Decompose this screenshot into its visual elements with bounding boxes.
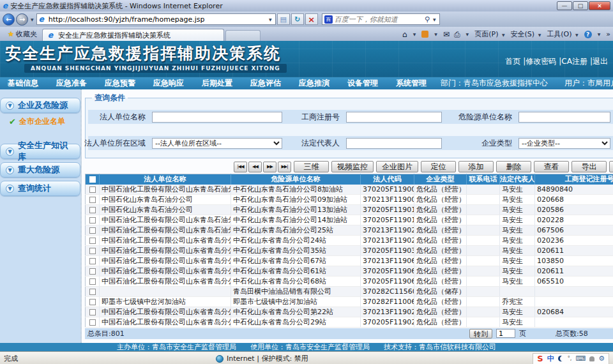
column-header[interactable]: 法人代码 (361, 174, 414, 185)
table-row[interactable]: 中国石化山东青岛石油分公司 中石化山东青岛石油分公司09加油站 370213F1… (86, 194, 613, 204)
toolbar-button[interactable]: 添加 (458, 161, 494, 172)
header-link[interactable]: 首页 (505, 56, 520, 67)
address-input[interactable] (49, 15, 266, 24)
pager-button[interactable]: |◀◀ (234, 162, 247, 172)
menu-item[interactable]: 应急响应 (149, 78, 198, 89)
table-row[interactable]: 青岛田横中油油品销售有限公司 370282C115602 危化品（储存） (86, 286, 613, 296)
header-link[interactable]: |CA注册 (559, 56, 587, 67)
history-dropdown-icon[interactable]: ▼ (29, 17, 35, 22)
table-row[interactable]: 中国石油化工股份有限公司山东省青岛分公司 中石化山东省青岛分公司68站 3702… (86, 276, 613, 286)
row-checkbox[interactable] (86, 276, 100, 286)
table-row[interactable]: 即墨市七级镇中岔河加油站 即墨市七级镇中岔河加油站 370282F110063 … (86, 296, 613, 307)
print-dropdown-icon[interactable]: ▼ (465, 32, 471, 36)
header-link[interactable]: |修改密码 (523, 56, 556, 67)
toolbar-button[interactable]: 企业图片 (376, 161, 418, 172)
print-icon[interactable]: ⎙ (454, 30, 460, 39)
home-icon[interactable]: ⌂ (402, 30, 407, 39)
toolbar-button[interactable]: 三维 (294, 161, 329, 172)
business-reg-no-input[interactable] (346, 112, 442, 123)
sidebar-group-major-hazards[interactable]: ▼ 重大危险源 (0, 162, 80, 178)
menu-item[interactable]: 系统管理 (392, 78, 441, 89)
legal-rep-input[interactable] (346, 138, 442, 149)
hazard-name-input[interactable] (518, 112, 610, 123)
maximize-button[interactable]: □ (573, 1, 588, 10)
toolbar-button[interactable]: 视频监控 (331, 161, 374, 172)
stop-button[interactable]: × (305, 13, 318, 25)
legal-name-input[interactable] (152, 112, 282, 123)
search-icon[interactable]: ⚲ (425, 15, 430, 24)
tools-menu[interactable]: 工具(O) ▼ (547, 29, 579, 39)
table-row[interactable]: 中国石油化工股份有限公司山东省青岛分公司 中石化山东省青岛分公司35站 3702… (86, 245, 613, 255)
pager-button[interactable]: ◀◀ (248, 162, 262, 172)
compatibility-view-icon[interactable]: ▤ (277, 13, 290, 25)
sidebar-group-knowledge-base[interactable]: ▼ 安全生产知识库 (0, 144, 80, 159)
region-select[interactable]: --法人单位所在区域-- (152, 138, 282, 149)
new-tab-button[interactable] (225, 30, 261, 41)
help-icon[interactable]: ? (584, 31, 592, 38)
column-header[interactable]: 危险源单位名称 (231, 174, 361, 185)
table-row[interactable]: 中国石油化工股份有限公司山东省青岛分公司 中石化山东省青岛分公司24站 3702… (86, 235, 613, 245)
row-checkbox[interactable] (86, 235, 100, 245)
select-all-checkbox[interactable] (86, 174, 100, 185)
menu-item[interactable]: 应急评估 (246, 78, 295, 89)
toolbar-button[interactable]: 定位 (421, 161, 456, 172)
row-checkbox[interactable] (86, 194, 100, 204)
row-checkbox[interactable] (86, 204, 100, 215)
security-menu[interactable]: 安全(S) ▼ (511, 29, 543, 39)
sogou-icon[interactable]: S (537, 354, 543, 363)
wrench-icon[interactable]: ⚙ (598, 354, 605, 363)
pager-button[interactable]: ▶▶ (263, 162, 276, 172)
header-link[interactable]: |退出 (590, 56, 608, 67)
chinese-mode-icon[interactable]: 中 (547, 354, 554, 363)
toolbar-button[interactable]: 恢复 (609, 161, 613, 172)
search-dropdown-icon[interactable]: ▼ (432, 17, 437, 22)
sidebar-group-query-statistics[interactable]: ▼ 查询统计 (0, 181, 80, 196)
row-checkbox[interactable] (86, 245, 100, 255)
table-row[interactable]: 中国石化山东青岛石油分公司 中石化山东青岛石油分公司13加油站 370205F1… (86, 204, 613, 215)
row-checkbox[interactable] (86, 317, 100, 327)
row-checkbox[interactable] (86, 225, 100, 235)
feeds-icon[interactable] (421, 31, 428, 38)
toolbar-button[interactable]: 删除 (496, 161, 531, 172)
row-checkbox[interactable] (86, 296, 100, 307)
person-icon[interactable] (589, 356, 594, 361)
refresh-button[interactable]: ↻ (291, 13, 304, 25)
table-row[interactable]: 中国石油化工股份有限公司山东青岛石油分公司 中石化山东青岛石油分公司25站 37… (86, 225, 613, 235)
home-dropdown-icon[interactable]: ▼ (412, 32, 418, 36)
help-dropdown-icon[interactable]: ▼ (596, 32, 602, 36)
table-row[interactable]: 中国石油化工股份有限公司山东青岛石油分公司 中石化山东青岛石油分公司14加油站 … (86, 215, 613, 225)
table-row[interactable]: 中国石油化工股份有限公司山东省青岛分公司 中石化山东省青岛分公司第22站 370… (86, 307, 613, 317)
toolbar-button[interactable]: 导出 (571, 161, 607, 172)
search-input[interactable] (335, 15, 423, 24)
page-number-input[interactable] (496, 329, 515, 338)
table-row[interactable]: 中国石油化工股份有限公司山东省青岛分公司 中石化山东省青岛分公司67站 3702… (86, 255, 613, 266)
row-checkbox[interactable] (86, 286, 100, 296)
column-header[interactable]: 联系电话 (467, 174, 500, 185)
address-dropdown-icon[interactable]: ▼ (268, 17, 273, 22)
column-header[interactable]: 工商登记注册号 (535, 174, 613, 185)
table-row[interactable]: 中国石油化工股份有限公司山东青岛石油分公司 中石化山东青岛石油分公司8加油站 3… (86, 185, 613, 195)
row-checkbox[interactable] (86, 185, 100, 195)
close-button[interactable]: × (589, 1, 610, 10)
mail-icon[interactable]: ✉ (443, 30, 450, 39)
table-row[interactable]: 中国石油化工股份有限公司山东省青岛分公司 中石化山东省青岛分公司61站 3702… (86, 266, 613, 276)
forward-button[interactable]: → (16, 13, 28, 26)
menu-item[interactable]: 后期处置 (198, 78, 246, 89)
sidebar-item-city-enterprise-list[interactable]: ✔ 全市企业名单 (9, 116, 80, 127)
menu-item[interactable]: 应急预警 (101, 78, 149, 89)
minimize-button[interactable]: — (557, 1, 572, 10)
toolbar-button[interactable]: 查看 (534, 161, 569, 172)
row-checkbox[interactable] (86, 215, 100, 225)
moon-icon[interactable] (558, 356, 564, 361)
menu-item[interactable]: 应急准备 (52, 78, 101, 89)
browser-tab[interactable]: e 安全生产应急救援指挥辅助决策系统 (42, 29, 224, 41)
menu-item[interactable]: 基础信息 (4, 78, 52, 89)
favorites-button[interactable]: ★ 收藏夹 (3, 28, 42, 41)
sidebar-group-enterprise-hazard[interactable]: ▼ 企业及危险源 (0, 98, 80, 113)
row-checkbox[interactable] (86, 255, 100, 266)
more-commands-icon[interactable]: » (606, 30, 610, 38)
table-row[interactable]: 中国石油化工股份有限公司山东省青岛分公司 中石化山东省青岛分公司29站 3702… (86, 317, 613, 327)
column-header[interactable]: 企业类型 (414, 174, 467, 185)
keyboard-icon[interactable]: ⌨ (575, 354, 586, 363)
page-menu[interactable]: 页面(P) ▼ (474, 29, 506, 39)
